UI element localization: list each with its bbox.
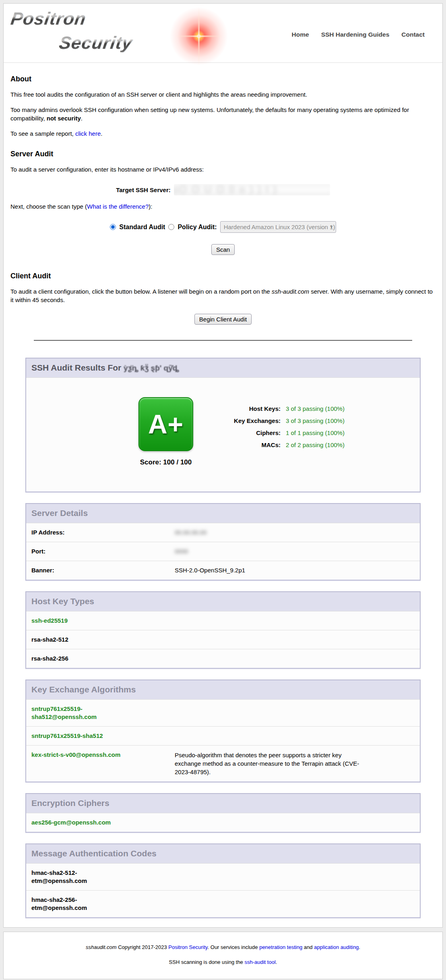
table-row: Port: 8888 bbox=[26, 542, 420, 561]
table-row: IP Address: 88.88.88.88 bbox=[26, 523, 420, 542]
footer-copyright-text: Copyright 2017-2023 bbox=[117, 944, 169, 950]
audit-results-body: A+ Score: 100 / 100 Host Keys: 3 of 3 pa… bbox=[26, 377, 420, 491]
host-key-name: ssh-ed25519 bbox=[31, 617, 68, 625]
sample-report-line: To see a sample report, click here. bbox=[10, 129, 436, 138]
nav-home[interactable]: Home bbox=[292, 31, 309, 38]
policy-audit-radio[interactable] bbox=[168, 224, 174, 230]
standard-audit-radio[interactable] bbox=[110, 224, 116, 230]
about-paragraph-2: Too many admins overlook SSH configurati… bbox=[10, 106, 436, 122]
server-audit-heading: Server Audit bbox=[10, 150, 436, 158]
table-row: sntrup761x25519-sha512 bbox=[26, 726, 420, 745]
table-row: hmac-sha2-512- etm@openssh.com bbox=[26, 863, 420, 890]
server-details-header: Server Details bbox=[26, 504, 420, 523]
target-server-label: Target SSH Server: bbox=[116, 186, 171, 193]
stat-label: Key Exchanges: bbox=[207, 415, 281, 427]
kex-name: kex-strict-s-v00@openssh.com bbox=[31, 751, 175, 776]
footer-site-name: sshaudit.com bbox=[86, 944, 117, 950]
table-row: hmac-sha2-256- etm@openssh.com bbox=[26, 890, 420, 917]
cipher-name: aes256-gcm@openssh.com bbox=[31, 818, 111, 827]
sample-report-text: To see a sample report, bbox=[10, 130, 75, 137]
target-server-input[interactable]: oO O U O 0 o ) ) I ) bbox=[174, 184, 330, 195]
table-row: kex-strict-s-v00@openssh.com Pseudo-algo… bbox=[26, 745, 420, 781]
server-details-box: Server Details IP Address: 88.88.88.88 P… bbox=[25, 503, 421, 581]
policy-select-value: Hardened Amazon Linux 2023 (version 1) bbox=[224, 224, 335, 230]
grade-badge: A+ bbox=[138, 397, 193, 451]
stat-row-key-exchanges: Key Exchanges: 3 of 3 passing (100%) bbox=[207, 415, 345, 427]
port-redacted-value: 8888 bbox=[175, 547, 188, 555]
ip-address-redacted-value: 88.88.88.88 bbox=[175, 528, 206, 537]
scan-type-text-post: ): bbox=[149, 203, 152, 210]
positron-security-logo: Positron Security bbox=[11, 9, 161, 58]
stat-row-macs: MACs: 2 of 2 passing (100%) bbox=[207, 439, 345, 451]
table-row: Banner: SSH-2.0-OpenSSH_9.2p1 bbox=[26, 561, 420, 580]
main-card: Positron Security Home SSH Hardening Gui… bbox=[3, 3, 443, 928]
audit-results-box: SSH Audit Results For ỳƺ̈ȵ ƙǯ̈ ȿƥ' ɋƴ̃ȡ … bbox=[25, 358, 421, 493]
macs-box: Message Authentication Codes hmac-sha2-5… bbox=[25, 843, 421, 918]
footer-services-text: . Our services include bbox=[208, 944, 260, 950]
table-row: aes256-gcm@openssh.com bbox=[26, 813, 420, 832]
row-label: Port: bbox=[31, 547, 175, 555]
footer-and-text: and bbox=[302, 944, 314, 950]
target-server-row: Target SSH Server: oO O U O 0 o ) ) I ) bbox=[10, 184, 436, 195]
footer-line1: sshaudit.com Copyright 2017-2023 Positro… bbox=[4, 944, 442, 950]
logo-text-line1: Positron bbox=[10, 9, 87, 28]
table-row: rsa-sha2-512 bbox=[26, 630, 420, 649]
begin-client-audit-button[interactable]: Begin Client Audit bbox=[194, 314, 252, 325]
stat-label: MACs: bbox=[207, 439, 281, 451]
site-header: Positron Security Home SSH Hardening Gui… bbox=[4, 4, 442, 62]
client-audit-paragraph: To audit a client configuration, click t… bbox=[10, 287, 436, 304]
host-key-types-header: Host Key Types bbox=[26, 592, 420, 611]
table-row: rsa-sha2-256 bbox=[26, 649, 420, 668]
redacted-hostname: ỳƺ̈ȵ ƙǯ̈ ȿƥ' ɋƴ̃ȡ bbox=[124, 364, 179, 372]
client-audit-text: To audit a client configuration, click t… bbox=[10, 288, 272, 295]
kex-name: sntrup761x25519-sha512 bbox=[31, 732, 175, 740]
red-flare-graphic bbox=[169, 6, 229, 66]
score-label: Score: 100 / 100 bbox=[136, 458, 196, 466]
footer-line2-period: . bbox=[276, 959, 277, 965]
grade-column: A+ Score: 100 / 100 bbox=[136, 397, 196, 466]
server-audit-intro: To audit a server configuration, enter i… bbox=[10, 165, 436, 174]
stat-value: 1 of 1 passing (100%) bbox=[286, 427, 345, 439]
table-row: sntrup761x25519- sha512@openssh.com bbox=[26, 699, 420, 726]
footer-appaudit-link[interactable]: application auditing bbox=[314, 944, 359, 950]
scan-type-difference-link[interactable]: What is the difference? bbox=[87, 203, 149, 210]
sample-report-link[interactable]: click here bbox=[75, 130, 101, 137]
logo-text-line2: Security bbox=[58, 33, 134, 52]
policy-audit-label[interactable]: Policy Audit: bbox=[178, 224, 217, 231]
select-chevron-down-icon: ˅ bbox=[330, 222, 332, 232]
scan-type-text: Next, choose the scan type ( bbox=[10, 203, 87, 210]
footer-company-link[interactable]: Positron Security bbox=[168, 944, 207, 950]
standard-audit-label[interactable]: Standard Audit bbox=[119, 224, 165, 231]
stat-value: 2 of 2 passing (100%) bbox=[286, 439, 345, 451]
footer-scanning-text: SSH scanning is done using the bbox=[169, 959, 245, 965]
stat-label: Host Keys: bbox=[207, 403, 281, 415]
target-server-redacted-value: oO O U O 0 o ) ) I ) bbox=[174, 184, 330, 195]
footer-ssh-audit-tool-link[interactable]: ssh-audit tool bbox=[244, 959, 275, 965]
footer-pentest-link[interactable]: penetration testing bbox=[259, 944, 302, 950]
encryption-ciphers-header: Encryption Ciphers bbox=[26, 794, 420, 813]
policy-select[interactable]: Hardened Amazon Linux 2023 (version 1) ˅ bbox=[220, 221, 336, 233]
scan-type-choices: Standard Audit Policy Audit: Hardened Am… bbox=[10, 221, 436, 233]
stats-list: Host Keys: 3 of 3 passing (100%) Key Exc… bbox=[207, 397, 345, 466]
banner-value: SSH-2.0-OpenSSH_9.2p1 bbox=[175, 566, 245, 574]
about-p2-period: . bbox=[81, 115, 83, 122]
client-audit-domain: ssh-audit.com bbox=[272, 288, 309, 295]
sample-report-period: . bbox=[101, 130, 102, 137]
host-key-types-box: Host Key Types ssh-ed25519 rsa-sha2-512 … bbox=[25, 591, 421, 669]
about-p2-bold: not security bbox=[47, 115, 81, 122]
audit-results-title: SSH Audit Results For bbox=[31, 363, 124, 372]
main-nav: Home SSH Hardening Guides Contact bbox=[292, 29, 425, 38]
footer-line2: SSH scanning is done using the ssh-audit… bbox=[4, 959, 442, 965]
key-exchange-header: Key Exchange Algorithms bbox=[26, 680, 420, 699]
audit-results-header: SSH Audit Results For ỳƺ̈ȵ ƙǯ̈ ȿƥ' ɋƴ̃ȡ bbox=[26, 358, 420, 377]
begin-client-audit-row: Begin Client Audit bbox=[10, 314, 436, 325]
scan-button-row: Scan bbox=[10, 244, 436, 255]
footer: sshaudit.com Copyright 2017-2023 Positro… bbox=[3, 932, 443, 979]
row-label: Banner: bbox=[31, 566, 175, 574]
scan-button[interactable]: Scan bbox=[211, 244, 235, 255]
encryption-ciphers-box: Encryption Ciphers aes256-gcm@openssh.co… bbox=[25, 793, 421, 833]
mac-name: hmac-sha2-256- etm@openssh.com bbox=[31, 896, 87, 912]
nav-ssh-hardening-guides[interactable]: SSH Hardening Guides bbox=[321, 31, 390, 38]
nav-contact[interactable]: Contact bbox=[401, 31, 425, 38]
scan-type-line: Next, choose the scan type (What is the … bbox=[10, 202, 436, 211]
